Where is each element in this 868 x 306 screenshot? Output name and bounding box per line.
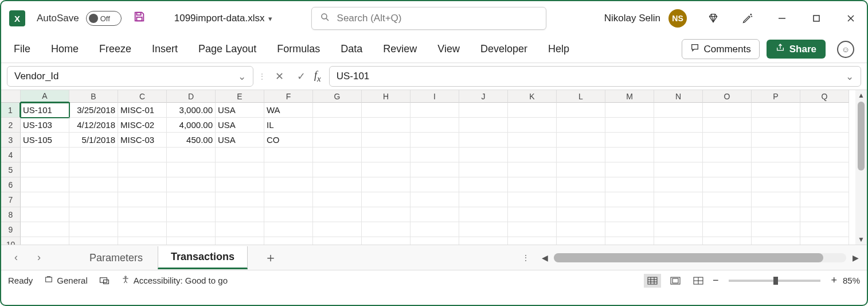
cell-O7[interactable]	[703, 192, 752, 207]
cell-N10[interactable]	[654, 237, 703, 245]
cell-Q3[interactable]	[800, 133, 849, 148]
cell-E2[interactable]: USA	[216, 118, 264, 133]
cell-N1[interactable]	[654, 103, 703, 118]
cell-F8[interactable]	[264, 207, 313, 222]
zoom-slider[interactable]	[729, 280, 820, 282]
row-header-3[interactable]: 3	[1, 133, 21, 148]
cell-N3[interactable]	[654, 133, 703, 148]
cell-M6[interactable]	[605, 177, 654, 192]
filename[interactable]: 1099import-data.xlsx ▾	[174, 13, 272, 24]
cell-M7[interactable]	[605, 192, 654, 207]
cell-C9[interactable]	[118, 222, 167, 237]
cell-A3[interactable]: US-105	[21, 133, 69, 148]
cell-D1[interactable]: 3,000.00	[167, 103, 216, 118]
tab-help[interactable]: Help	[548, 43, 569, 55]
cell-N8[interactable]	[654, 207, 703, 222]
cell-E10[interactable]	[216, 237, 264, 245]
avatar[interactable]: NS	[668, 9, 687, 28]
cell-D3[interactable]: 450.00	[167, 133, 216, 148]
cell-P8[interactable]	[752, 207, 800, 222]
zoom-in-icon[interactable]: +	[831, 274, 837, 286]
cell-C7[interactable]	[118, 192, 167, 207]
cell-K2[interactable]	[508, 118, 557, 133]
cell-G3[interactable]	[313, 133, 362, 148]
cell-O5[interactable]	[703, 162, 752, 177]
cell-J8[interactable]	[459, 207, 508, 222]
cell-L6[interactable]	[557, 177, 605, 192]
cell-J4[interactable]	[459, 148, 508, 162]
cell-H4[interactable]	[362, 148, 410, 162]
autosave-toggle[interactable]: Off	[86, 11, 122, 26]
cell-P2[interactable]	[752, 118, 800, 133]
user-name[interactable]: Nikolay Selin	[604, 13, 660, 24]
col-header-F[interactable]: F	[264, 90, 313, 103]
view-pagebreak-icon[interactable]	[690, 274, 707, 288]
row-header-7[interactable]: 7	[1, 192, 21, 207]
cell-A1[interactable]: US-101	[21, 103, 69, 118]
cell-G2[interactable]	[313, 118, 362, 133]
name-box[interactable]: Vendor_Id ⌄	[7, 66, 253, 87]
cell-G9[interactable]	[313, 222, 362, 237]
hscroll-thumb[interactable]	[554, 253, 823, 262]
cell-N6[interactable]	[654, 177, 703, 192]
row-header-10[interactable]: 10	[1, 237, 21, 245]
cell-A7[interactable]	[21, 192, 69, 207]
cell-N2[interactable]	[654, 118, 703, 133]
tab-view[interactable]: View	[437, 43, 460, 55]
col-header-M[interactable]: M	[605, 90, 654, 103]
hscroll-right-icon[interactable]: ▶	[849, 253, 862, 262]
zoom-out-icon[interactable]: −	[713, 274, 719, 286]
cell-I1[interactable]	[410, 103, 459, 118]
cell-K6[interactable]	[508, 177, 557, 192]
view-normal-icon[interactable]	[644, 274, 661, 288]
cell-I5[interactable]	[410, 162, 459, 177]
select-all-corner[interactable]	[1, 90, 21, 103]
cell-G4[interactable]	[313, 148, 362, 162]
tab-file[interactable]: File	[14, 43, 30, 55]
col-header-L[interactable]: L	[557, 90, 605, 103]
col-header-H[interactable]: H	[362, 90, 410, 103]
row-header-8[interactable]: 8	[1, 207, 21, 222]
row-header-4[interactable]: 4	[1, 148, 21, 162]
cell-I10[interactable]	[410, 237, 459, 245]
cell-H5[interactable]	[362, 162, 410, 177]
col-header-D[interactable]: D	[167, 90, 216, 103]
cell-O10[interactable]	[703, 237, 752, 245]
cell-H6[interactable]	[362, 177, 410, 192]
cell-J5[interactable]	[459, 162, 508, 177]
cell-Q5[interactable]	[800, 162, 849, 177]
cell-M1[interactable]	[605, 103, 654, 118]
spreadsheet-grid[interactable]: ABCDEFGHIJKLMNOPQ1US-1013/25/2018MISC-01…	[1, 90, 867, 245]
cell-N4[interactable]	[654, 148, 703, 162]
cell-M3[interactable]	[605, 133, 654, 148]
cell-D9[interactable]	[167, 222, 216, 237]
col-header-A[interactable]: A	[21, 90, 69, 103]
cell-K3[interactable]	[508, 133, 557, 148]
cell-J10[interactable]	[459, 237, 508, 245]
vertical-scrollbar[interactable]: ▲ ▼	[855, 90, 867, 245]
cell-E4[interactable]	[216, 148, 264, 162]
cell-Q10[interactable]	[800, 237, 849, 245]
cell-M2[interactable]	[605, 118, 654, 133]
cell-G7[interactable]	[313, 192, 362, 207]
cell-G5[interactable]	[313, 162, 362, 177]
cell-D4[interactable]	[167, 148, 216, 162]
col-header-K[interactable]: K	[508, 90, 557, 103]
cell-I9[interactable]	[410, 222, 459, 237]
cell-E1[interactable]: USA	[216, 103, 264, 118]
cell-P1[interactable]	[752, 103, 800, 118]
fx-icon[interactable]: fx	[314, 69, 321, 84]
cell-P9[interactable]	[752, 222, 800, 237]
view-pagelayout-icon[interactable]	[667, 274, 684, 288]
minimize-icon[interactable]	[774, 10, 790, 26]
cell-E6[interactable]	[216, 177, 264, 192]
cell-F5[interactable]	[264, 162, 313, 177]
cell-C10[interactable]	[118, 237, 167, 245]
cell-O8[interactable]	[703, 207, 752, 222]
cell-K8[interactable]	[508, 207, 557, 222]
cell-C5[interactable]	[118, 162, 167, 177]
formula-input[interactable]: US-101 ⌄	[329, 66, 861, 87]
cell-F2[interactable]: IL	[264, 118, 313, 133]
cell-H7[interactable]	[362, 192, 410, 207]
cell-K10[interactable]	[508, 237, 557, 245]
